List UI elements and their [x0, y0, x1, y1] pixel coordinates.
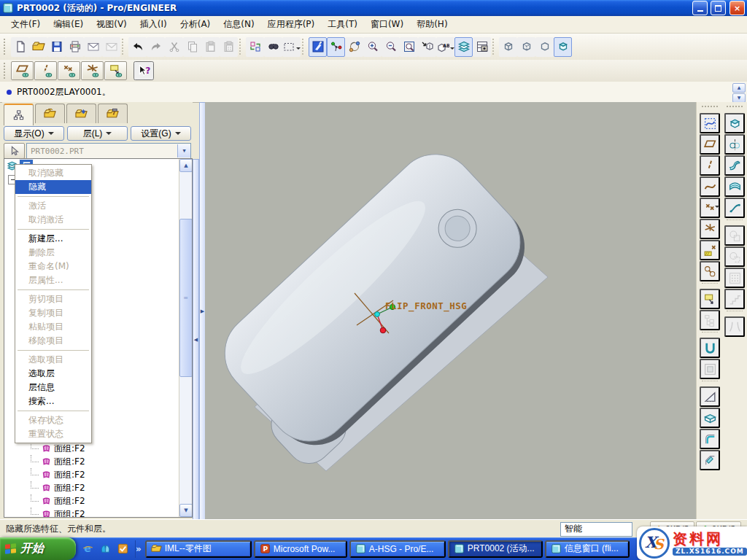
message-scroll-up-button[interactable]: ▲: [732, 83, 746, 93]
zoom-in-button[interactable]: [363, 37, 382, 57]
chevron-icon[interactable]: »: [136, 544, 142, 554]
menu-item-8[interactable]: 工具(T): [321, 16, 364, 33]
hidden-line-button[interactable]: [517, 37, 535, 57]
regenerate-button[interactable]: [246, 37, 264, 57]
annotations-toggle[interactable]: [104, 61, 127, 80]
taskbar-task-1[interactable]: IML--零件图: [145, 540, 252, 558]
datum-planes-toggle[interactable]: [11, 61, 34, 80]
toolbar-grip[interactable]: [4, 39, 9, 55]
paste-button[interactable]: [201, 37, 220, 57]
view-orientation-button[interactable]: [418, 37, 436, 57]
show-menu-button[interactable]: 显示(O): [4, 126, 64, 141]
restore-button[interactable]: [711, 1, 726, 15]
3d-canvas[interactable]: FLIP_FRONT_HSG: [205, 102, 697, 519]
close-button[interactable]: ×: [729, 1, 745, 15]
wireframe-button[interactable]: [499, 37, 517, 57]
group-button[interactable]: [700, 310, 720, 330]
context-help-button[interactable]: ?: [133, 61, 154, 80]
mail-link-button[interactable]: [102, 37, 120, 57]
combo-dropdown-icon[interactable]: ▼: [177, 144, 190, 158]
dropdown-arrow-icon[interactable]: [296, 47, 301, 52]
winup-quicklaunch-icon[interactable]: [117, 542, 129, 555]
saved-views-button[interactable]: AB: [436, 37, 454, 57]
annotation-button[interactable]: [700, 289, 720, 309]
favorites-tab[interactable]: [66, 104, 96, 123]
no-hidden-button[interactable]: [535, 37, 554, 57]
graphics-viewport[interactable]: FLIP_FRONT_HSG: [205, 102, 697, 519]
toolbar-grip[interactable]: [4, 63, 9, 79]
msn-quicklaunch-icon[interactable]: [99, 542, 112, 555]
wrap-button[interactable]: [724, 246, 745, 267]
menu-item-5[interactable]: 分析(A): [174, 16, 217, 33]
pocket-button[interactable]: [700, 338, 720, 358]
new-file-button[interactable]: [11, 37, 29, 57]
analysis-button[interactable]: [700, 240, 720, 260]
project-button[interactable]: [724, 225, 745, 246]
ie-quicklaunch-icon[interactable]: e: [82, 542, 94, 555]
menu-item-3[interactable]: 视图(V): [90, 16, 133, 33]
style-button[interactable]: [724, 198, 745, 218]
tree-item[interactable]: 面组:F2: [4, 442, 179, 455]
repaint-button[interactable]: [309, 37, 327, 57]
tree-item[interactable]: 面组:F2: [4, 508, 179, 517]
minimize-button[interactable]: [692, 1, 708, 15]
mirror-button[interactable]: [724, 289, 745, 309]
undo-button[interactable]: [128, 37, 147, 57]
cut-button[interactable]: [165, 37, 183, 57]
taskbar-task-5[interactable]: 信息窗口 (fli...: [545, 540, 630, 558]
view-manager-button[interactable]: [473, 37, 491, 57]
redo-button[interactable]: [147, 37, 165, 57]
datum-csys-toggle[interactable]: [81, 61, 104, 80]
menu-item-10[interactable]: 帮助(H): [410, 16, 454, 33]
menu-item-4[interactable]: 插入(I): [133, 16, 174, 33]
draft-button[interactable]: [700, 386, 720, 407]
tree-item[interactable]: 面组:F2: [4, 455, 179, 468]
datum-points-toggle[interactable]: [58, 61, 80, 80]
link-button[interactable]: [700, 261, 720, 281]
select-arrow-button[interactable]: [4, 143, 25, 159]
context-menu-item[interactable]: 新建层...: [15, 232, 91, 246]
datum-plane-button[interactable]: [700, 134, 720, 155]
rib-button[interactable]: [724, 316, 745, 337]
frame-button[interactable]: [700, 359, 720, 379]
save-button[interactable]: [47, 37, 66, 57]
datum-axis-button[interactable]: [700, 155, 720, 176]
model-tree-tab[interactable]: [4, 104, 34, 125]
pattern-button[interactable]: [724, 268, 745, 288]
active-model-combo[interactable]: PRT0002.PRT ▼: [26, 143, 191, 159]
sweep-button[interactable]: [724, 155, 745, 176]
menu-item-9[interactable]: 窗口(W): [364, 16, 410, 33]
spin-center-button[interactable]: [327, 37, 345, 57]
paste-special-button[interactable]: [220, 37, 238, 57]
tree-item[interactable]: 面组:F2: [4, 468, 179, 481]
datum-point-button[interactable]: [700, 198, 720, 218]
tree-scrollbar[interactable]: ▲ ≡ ▼: [179, 159, 192, 517]
boundary-blend-button[interactable]: [724, 176, 745, 197]
layer-menu-button[interactable]: 层(L): [67, 126, 128, 141]
context-menu-item[interactable]: 搜索...: [15, 394, 91, 408]
toolbar-grip[interactable]: [702, 106, 718, 110]
context-menu-item[interactable]: 层信息: [15, 381, 91, 394]
scroll-down-button[interactable]: ▼: [179, 504, 193, 517]
select-box-button[interactable]: [282, 37, 301, 57]
tree-item[interactable]: 面组:F2: [4, 481, 179, 494]
settings-menu-button[interactable]: 设置(G): [131, 126, 191, 141]
connections-tab[interactable]: [98, 104, 128, 123]
datum-curve-button[interactable]: [700, 176, 720, 197]
shaded-button[interactable]: [554, 37, 572, 57]
scroll-up-button[interactable]: ▲: [179, 159, 193, 172]
datum-axes-toggle[interactable]: [34, 61, 57, 80]
selection-filter-combo[interactable]: 智能: [560, 522, 632, 537]
find-button[interactable]: [264, 37, 282, 57]
title-bar[interactable]: PRT0002 (活动的) - Pro/ENGINEER ×: [0, 0, 747, 16]
layers-button[interactable]: [454, 37, 473, 57]
tree-item[interactable]: 面组:F2: [4, 494, 179, 508]
open-button[interactable]: [29, 37, 47, 57]
copy-button[interactable]: [183, 37, 201, 57]
taskbar-task-3[interactable]: A-HSG - Pro/E...: [349, 540, 446, 558]
folder-browser-tab[interactable]: [35, 104, 65, 123]
round-button[interactable]: [700, 429, 720, 449]
orient-mode-button[interactable]: [345, 37, 363, 57]
print-button[interactable]: [66, 37, 84, 57]
menu-item-2[interactable]: 编辑(E): [47, 16, 90, 33]
